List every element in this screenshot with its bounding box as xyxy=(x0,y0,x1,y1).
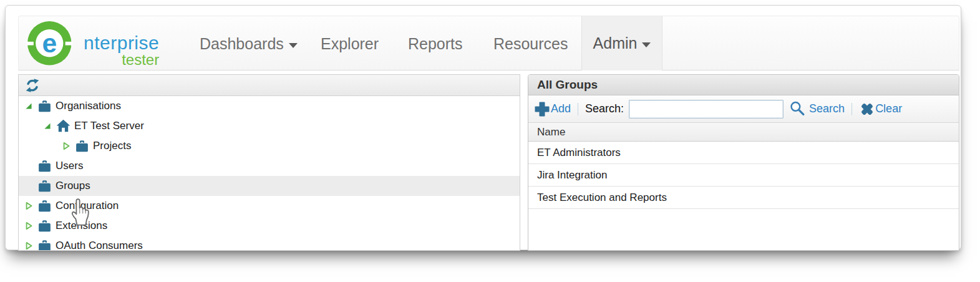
tree-item-oauth-consumers[interactable]: OAuth Consumers xyxy=(19,236,520,251)
briefcase-icon xyxy=(36,178,55,194)
nav-item-resources[interactable]: Resources xyxy=(493,35,568,53)
search-button[interactable]: Search xyxy=(789,100,845,117)
collapsed-arrow-icon[interactable] xyxy=(24,221,36,231)
toolbar-separator xyxy=(578,103,578,115)
group-row[interactable]: ET Administrators xyxy=(528,142,959,164)
nav-item-dashboards[interactable]: Dashboards xyxy=(200,35,298,53)
collapsed-arrow-icon[interactable] xyxy=(61,141,74,151)
tree-item-label: OAuth Consumers xyxy=(56,240,143,251)
briefcase-icon xyxy=(36,198,55,214)
tree-item-label: Organisations xyxy=(56,100,121,112)
all-groups-panel: All Groups Add Search: Search xyxy=(528,74,959,251)
tree-item-label: Projects xyxy=(93,140,131,152)
collapsed-arrow-icon[interactable] xyxy=(24,201,36,211)
screenshot-stage: e nterprise tester Dashboards Explorer R… xyxy=(0,0,980,282)
clear-button[interactable]: Clear xyxy=(859,101,902,117)
tree-item-label: Extensions xyxy=(56,220,107,232)
panel-title: All Groups xyxy=(528,75,959,95)
logo-wordmark: nterprise tester xyxy=(84,32,159,69)
plus-icon xyxy=(533,100,551,118)
add-label: Add xyxy=(551,102,571,115)
app-window: e nterprise tester Dashboards Explorer R… xyxy=(5,5,961,250)
logo-ring-icon: e xyxy=(27,21,72,66)
group-row[interactable]: Test Execution and Reports xyxy=(528,187,959,209)
collapsed-arrow-icon[interactable] xyxy=(24,241,36,251)
nav-label: Dashboards xyxy=(200,35,284,53)
tree-item-groups-selected[interactable]: Groups xyxy=(19,176,520,196)
add-button[interactable]: Add xyxy=(533,100,571,118)
tree-item-projects[interactable]: Projects xyxy=(19,136,520,156)
clear-label: Clear xyxy=(875,102,902,115)
expanded-arrow-icon[interactable] xyxy=(24,101,36,111)
search-button-label: Search xyxy=(809,102,845,115)
nav-label: Reports xyxy=(408,35,463,53)
tree-item-label: Groups xyxy=(56,180,90,192)
refresh-icon[interactable] xyxy=(24,77,41,94)
nav-item-admin-active[interactable]: Admin xyxy=(581,16,662,70)
search-input[interactable] xyxy=(629,100,784,119)
tree-item-configuration[interactable]: Configuration xyxy=(19,196,520,216)
search-label: Search: xyxy=(585,102,624,115)
nav-label: Resources xyxy=(493,35,568,53)
no-arrow-spacer xyxy=(24,161,36,171)
tree-item-label: Configuration xyxy=(56,200,119,212)
toolbar-separator xyxy=(851,103,852,115)
nav-item-explorer[interactable]: Explorer xyxy=(321,35,379,53)
tree-item-et-test-server[interactable]: ET Test Server xyxy=(19,116,520,136)
home-icon xyxy=(55,118,74,134)
briefcase-icon xyxy=(36,238,55,251)
groups-toolbar: Add Search: Search xyxy=(528,95,959,123)
nav-label: Explorer xyxy=(321,35,379,53)
tree-item-organisations[interactable]: Organisations xyxy=(19,96,520,116)
tree-toolbar xyxy=(19,75,520,96)
logo-letter: e xyxy=(27,23,72,63)
logo-word-tester: tester xyxy=(122,51,159,69)
tree-item-label: Users xyxy=(56,160,83,172)
nav-item-reports[interactable]: Reports xyxy=(408,35,463,53)
chevron-down-icon xyxy=(642,42,651,47)
no-arrow-spacer xyxy=(24,181,36,191)
expanded-arrow-icon[interactable] xyxy=(42,121,55,131)
tree-item-extensions[interactable]: Extensions xyxy=(19,216,520,236)
tree-item-label: ET Test Server xyxy=(74,120,144,132)
column-header-name[interactable]: Name xyxy=(528,123,959,142)
logo-word-enterprise: nterprise xyxy=(84,32,159,54)
magnifier-icon xyxy=(789,100,806,117)
group-row[interactable]: Jira Integration xyxy=(528,164,959,187)
chevron-down-icon xyxy=(289,43,298,48)
briefcase-icon xyxy=(36,98,55,114)
briefcase-icon xyxy=(36,158,55,174)
briefcase-icon xyxy=(36,218,55,234)
admin-tree-panel: Organisations ET Test Server Projects xyxy=(18,74,520,251)
tree-item-users[interactable]: Users xyxy=(19,156,520,176)
top-nav: e nterprise tester Dashboards Explorer R… xyxy=(18,16,959,70)
nav-label: Admin xyxy=(593,34,638,52)
app-logo[interactable]: e nterprise tester xyxy=(24,17,167,70)
briefcase-icon xyxy=(74,138,92,154)
clear-x-icon xyxy=(859,101,875,117)
